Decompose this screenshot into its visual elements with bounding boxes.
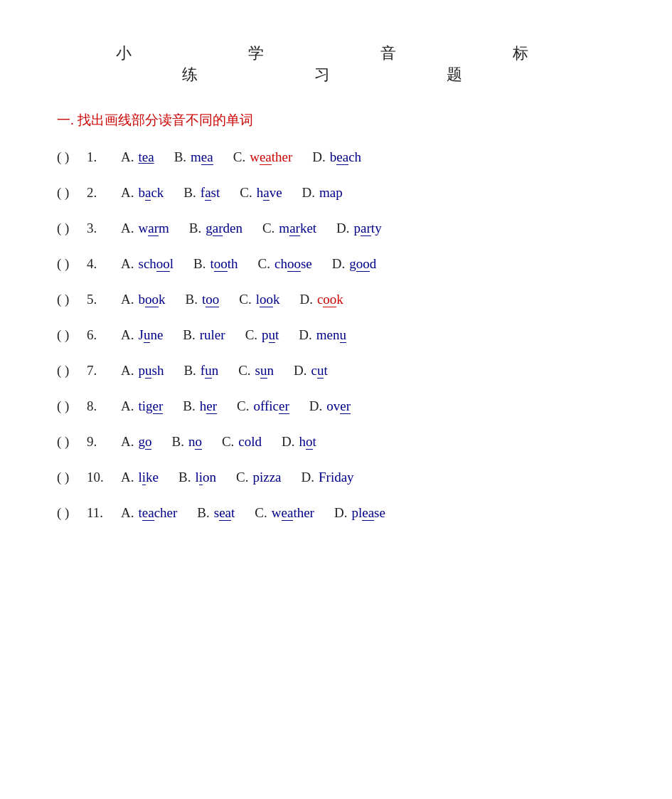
answer-bracket: ( ): [57, 505, 82, 521]
options-container: A.teacherB.seatC.weatherD.please: [121, 505, 405, 521]
answer-bracket: ( ): [57, 292, 82, 307]
option-word: tea: [138, 149, 154, 165]
options-container: A.JuneB.rulerC.putD.menu: [121, 327, 366, 343]
option-label: B.: [183, 398, 195, 414]
options-container: A.pushB.funC.sunD.cut: [121, 363, 348, 379]
question-number: 2.: [87, 185, 121, 201]
option-word: map: [319, 185, 343, 201]
question-item: ( )1.A.teaB.meaC.weatherD.beach: [57, 149, 615, 165]
option-word: tiger: [138, 398, 163, 414]
section-number: 一.: [57, 112, 74, 127]
option-label: A.: [121, 505, 134, 521]
option-label: B.: [193, 256, 206, 272]
option-b: B.mea: [174, 149, 213, 165]
option-word: pizza: [252, 470, 281, 485]
option-word: put: [262, 327, 279, 343]
answer-bracket: ( ): [57, 221, 82, 236]
options-container: A.teaB.meaC.weatherD.beach: [121, 149, 381, 165]
section-header: 一. 找出画线部分读音不同的单词: [57, 111, 615, 129]
option-word: please: [351, 505, 385, 521]
option-label: A.: [121, 327, 134, 343]
option-word: book: [138, 292, 165, 307]
option-label: A.: [121, 434, 134, 450]
option-label: C.: [222, 434, 234, 450]
option-d: D.over: [309, 398, 351, 414]
option-word: school: [138, 256, 174, 272]
option-b: B.fun: [183, 363, 218, 379]
option-word: like: [138, 470, 159, 485]
section-text: 找出画线部分读音不同的单词: [78, 112, 253, 127]
question-number: 4.: [87, 256, 121, 272]
option-b: B.lion: [178, 470, 216, 485]
option-word: cook: [317, 292, 343, 307]
option-word: go: [138, 434, 151, 450]
option-d: D.cook: [299, 292, 343, 307]
option-label: B.: [183, 185, 196, 201]
option-label: A.: [121, 149, 134, 165]
option-a: A.warm: [121, 221, 169, 236]
option-label: D.: [299, 292, 312, 307]
answer-bracket: ( ): [57, 256, 82, 272]
option-label: C.: [233, 149, 245, 165]
option-label: D.: [302, 185, 315, 201]
option-d: D.map: [302, 185, 343, 201]
question-item: ( )4.A.schoolB.toothC.chooseD.good: [57, 256, 615, 272]
option-d: D.party: [336, 221, 382, 236]
option-word: officer: [253, 398, 289, 414]
question-item: ( )5.A.bookB.tooC.lookD.cook: [57, 292, 615, 307]
options-container: A.schoolB.toothC.chooseD.good: [121, 256, 396, 272]
option-label: C.: [262, 221, 274, 236]
option-label: B.: [197, 505, 209, 521]
option-word: look: [256, 292, 280, 307]
option-c: C.market: [262, 221, 316, 236]
option-label: D.: [282, 434, 294, 450]
option-label: D.: [336, 221, 349, 236]
question-number: 9.: [87, 434, 121, 450]
option-label: A.: [121, 363, 134, 379]
option-c: C.put: [245, 327, 279, 343]
options-container: A.bookB.tooC.lookD.cook: [121, 292, 363, 307]
option-word: weather: [272, 505, 314, 521]
question-number: 1.: [87, 149, 121, 165]
option-b: B.her: [183, 398, 217, 414]
question-number: 6.: [87, 327, 121, 343]
option-b: B.seat: [197, 505, 235, 521]
option-c: C.sun: [238, 363, 274, 379]
option-c: C.weather: [233, 149, 293, 165]
option-c: C.pizza: [236, 470, 282, 485]
option-word: market: [279, 221, 316, 236]
option-b: B.garden: [189, 221, 242, 236]
answer-bracket: ( ): [57, 398, 82, 414]
answer-bracket: ( ): [57, 470, 82, 485]
options-container: A.likeB.lionC.pizzaD.Friday: [121, 470, 374, 485]
option-word: over: [326, 398, 351, 414]
option-a: A.push: [121, 363, 164, 379]
option-word: garden: [206, 221, 242, 236]
option-d: D.beach: [312, 149, 361, 165]
option-b: B.fast: [183, 185, 220, 201]
option-label: A.: [121, 398, 134, 414]
option-a: A.tiger: [121, 398, 163, 414]
option-word: back: [138, 185, 164, 201]
option-a: A.like: [121, 470, 159, 485]
option-word: teacher: [138, 505, 177, 521]
option-label: C.: [238, 363, 250, 379]
option-d: D.hot: [282, 434, 316, 450]
question-item: ( )10.A.likeB.lionC.pizzaD.Friday: [57, 470, 615, 485]
option-word: menu: [316, 327, 346, 343]
option-b: B.ruler: [183, 327, 225, 343]
option-word: June: [138, 327, 163, 343]
option-label: B.: [171, 434, 183, 450]
question-number: 7.: [87, 363, 121, 379]
option-label: D.: [309, 398, 322, 414]
option-word: sun: [255, 363, 274, 379]
option-word: mea: [191, 149, 213, 165]
option-label: C.: [255, 505, 267, 521]
option-label: A.: [121, 292, 134, 307]
question-item: ( )11.A.teacherB.seatC.weatherD.please: [57, 505, 615, 521]
options-container: A.warmB.gardenC.marketD.party: [121, 221, 402, 236]
option-word: fast: [201, 185, 220, 201]
question-item: ( )8.A.tigerB.herC.officerD.over: [57, 398, 615, 414]
option-label: A.: [121, 256, 134, 272]
option-label: B.: [174, 149, 186, 165]
